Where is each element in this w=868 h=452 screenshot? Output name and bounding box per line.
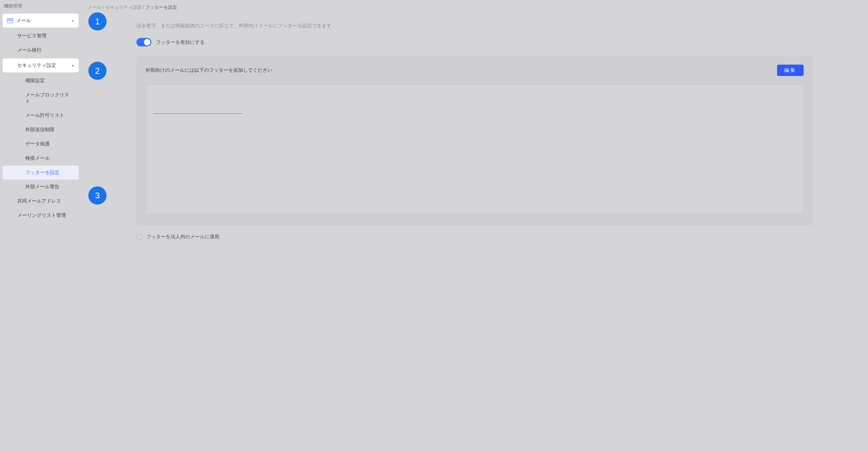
sidebar-item-blocklist[interactable]: メールブロックリスト (3, 88, 79, 108)
sidebar-item-label: メールブロックリスト (25, 92, 73, 104)
sidebar-item-label: データ保護 (25, 141, 50, 147)
sidebar-item-label: 外部送信制限 (25, 127, 55, 133)
main-content: 1 2 3 メール / セキュリティ設定 / フッターを設定 法令遵守、または情… (81, 0, 868, 452)
breadcrumb-item[interactable]: メール (88, 4, 101, 10)
sidebar-item-label: フッターを設定 (25, 169, 59, 176)
annotation-marker-2: 2 (88, 62, 106, 80)
panel-header: 外部向けのメールには以下のフッターを追加してください 編集 (146, 65, 804, 76)
panel-title: 外部向けのメールには以下のフッターを追加してください (146, 67, 272, 73)
sidebar-item-label: 検疫メール (25, 155, 50, 161)
sidebar-item-permissions[interactable]: 権限設定 (3, 74, 79, 88)
sidebar: 機能管理 メール サービス管理 メール移行 セキュリティ設定 権限設定 メールブ… (0, 0, 81, 452)
breadcrumb-item[interactable]: セキュリティ設定 (105, 4, 142, 10)
sidebar-item-label: メール移行 (17, 47, 41, 53)
chevron-up-icon (71, 20, 74, 22)
chevron-up-icon (71, 65, 74, 66)
sidebar-item-allowlist[interactable]: メール許可リスト (3, 108, 79, 122)
sidebar-item-label: サービス管理 (17, 33, 46, 39)
breadcrumb: メール / セキュリティ設定 / フッターを設定 (81, 0, 868, 15)
sidebar-item-label: 外部メール警告 (25, 184, 59, 190)
sidebar-item-label: 共同メールアドレス (17, 198, 61, 204)
sidebar-item-mailing-list[interactable]: メーリングリスト管理 (3, 208, 79, 222)
sidebar-item-mail[interactable]: メール (3, 13, 79, 28)
sidebar-item-label: セキュリティ設定 (17, 62, 56, 68)
toggle-row: フッターを有効にする (136, 38, 813, 46)
apply-internal-checkbox-row: フッターを法人内のメールに適用 (136, 234, 813, 240)
breadcrumb-current: フッターを設定 (145, 4, 177, 10)
footer-panel: 外部向けのメールには以下のフッターを追加してください 編集 ----------… (136, 56, 813, 225)
sidebar-item-external-warning[interactable]: 外部メール警告 (3, 180, 79, 194)
edit-button[interactable]: 編集 (777, 65, 804, 76)
sidebar-item-external-restrict[interactable]: 外部送信制限 (3, 123, 79, 137)
sidebar-item-label: 権限設定 (25, 77, 45, 84)
sidebar-item-label: メール (16, 18, 31, 24)
sidebar-header: 機能管理 (0, 2, 81, 12)
apply-internal-checkbox[interactable] (136, 234, 142, 240)
sidebar-item-label: メール許可リスト (25, 112, 64, 119)
checkbox-label: フッターを法人内のメールに適用 (146, 234, 219, 240)
footer-content-box: ----------------------------------------… (146, 85, 804, 214)
sidebar-item-quarantine[interactable]: 検疫メール (3, 151, 79, 165)
toggle-label: フッターを有効にする (156, 39, 205, 45)
breadcrumb-separator: / (103, 4, 105, 10)
sidebar-item-mail-migration[interactable]: メール移行 (3, 43, 79, 57)
mail-icon (7, 19, 13, 23)
sidebar-item-shared-address[interactable]: 共同メールアドレス (3, 194, 79, 208)
sidebar-item-security[interactable]: セキュリティ設定 (3, 59, 79, 72)
annotation-marker-3: 3 (88, 186, 106, 204)
annotation-marker-1: 1 (88, 12, 106, 31)
page-description: 法令遵守、または情報提供のニーズに応じて、外部向けメールにフッターを設定できます… (136, 23, 813, 29)
enable-footer-toggle[interactable] (136, 38, 151, 46)
sidebar-item-data-protection[interactable]: データ保護 (3, 137, 79, 151)
sidebar-item-label: メーリングリスト管理 (17, 213, 66, 219)
footer-content-text: ----------------------------------------… (153, 111, 242, 116)
toggle-knob (144, 39, 150, 45)
sidebar-item-footer-settings[interactable]: フッターを設定 (3, 166, 79, 180)
sidebar-item-service-management[interactable]: サービス管理 (3, 29, 79, 43)
